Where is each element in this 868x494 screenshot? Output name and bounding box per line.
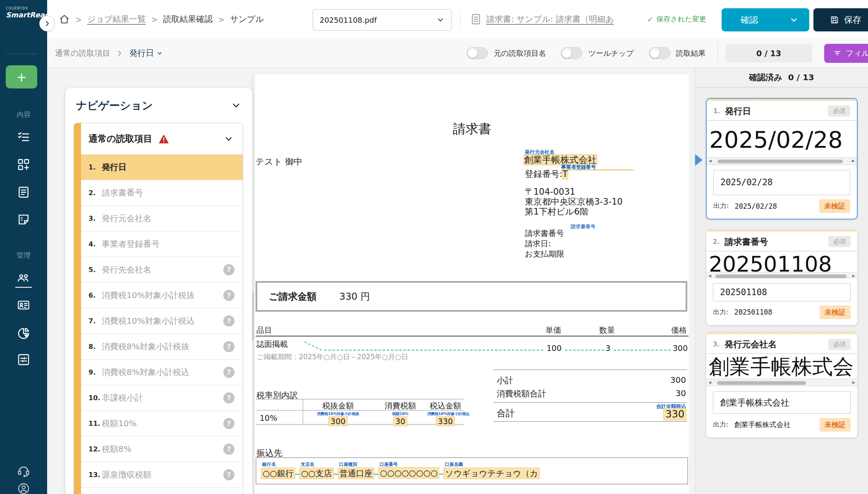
branch-name-highlight[interactable]: ○○支店: [300, 468, 333, 479]
field-value-input[interactable]: 2025/02/28: [713, 170, 850, 195]
id-card-icon[interactable]: [0, 298, 47, 312]
total-highlight[interactable]: 330: [664, 408, 686, 420]
scrollbar-thumb[interactable]: [715, 274, 846, 278]
account-icon[interactable]: [0, 482, 47, 494]
account-type-highlight[interactable]: 普通口座: [338, 468, 374, 479]
file-select[interactable]: 202501108.pdf: [313, 9, 452, 31]
doc-template-link[interactable]: 請求書: サンプル: 請求書（明細あ: [486, 14, 614, 25]
toolbar-section: 通常の読取項目: [55, 48, 110, 59]
main-content: 請求書 テスト 御中 発行元会社名 創業手帳株式会社 事業者登録番号 登録番号:…: [47, 68, 868, 494]
sidebar-divider: [6, 54, 37, 54]
home-icon[interactable]: [59, 14, 70, 25]
support-headset-icon[interactable]: [0, 464, 47, 478]
connector-line: [304, 341, 322, 351]
help-icon[interactable]: ?: [223, 341, 234, 352]
nav-item-tax8-subtotal-incl[interactable]: 9. 消費税8%対象小計税込 ?: [74, 359, 243, 385]
nav-item-tax10-subtotal-excl[interactable]: 6. 消費税10%対象小計税抜 ?: [74, 282, 243, 308]
nav-item-issuer-company[interactable]: 3. 発行元会社名: [74, 205, 243, 231]
connector-line: [333, 474, 338, 475]
users-icon[interactable]: [0, 271, 47, 285]
filter-button[interactable]: フィルタ: [824, 44, 868, 63]
nav-item-tax-amount-10[interactable]: 11. 税額10% ?: [74, 410, 243, 436]
tax10-incl-highlight[interactable]: 330: [436, 417, 454, 426]
pie-chart-icon[interactable]: [0, 326, 47, 340]
nav-item-nontax-subtotal[interactable]: 10. 非課税小計 ?: [74, 385, 243, 410]
line-item-note: ご掲載期間：2025年○月○日～2025年○月○日: [256, 352, 408, 362]
panel-collapse-arrow[interactable]: [695, 154, 703, 166]
settings-sliders-icon[interactable]: [0, 353, 47, 366]
crop-scrollbar[interactable]: ◀ ▶: [707, 157, 857, 165]
doc-template-icon: [471, 13, 481, 26]
help-icon[interactable]: ?: [223, 392, 234, 403]
nav-item-tax8-subtotal-excl[interactable]: 8. 消費税8%対象小計税抜 ?: [74, 334, 243, 359]
chevron-down-icon: [156, 50, 163, 57]
confirm-button[interactable]: 確認: [722, 8, 809, 31]
bank-name-field: 銀行名 ○○銀行: [261, 461, 295, 479]
toggle-original-field-names[interactable]: [466, 47, 488, 59]
field-group-header[interactable]: 通常の読取項目: [74, 123, 243, 154]
field-crop-image: 202501108: [706, 251, 857, 272]
toolbar-divider: [717, 44, 718, 62]
help-icon[interactable]: ?: [223, 315, 234, 327]
crop-scrollbar[interactable]: ◀ ▶: [706, 272, 857, 279]
help-icon[interactable]: ?: [223, 367, 234, 378]
nav-item-total-excl-tax[interactable]: 14. 合計金額税抜 ?: [74, 487, 243, 494]
help-icon[interactable]: ?: [223, 444, 234, 455]
tax-rate: 10%: [260, 413, 277, 422]
filter-icon: [833, 49, 842, 57]
line-price: 300: [673, 344, 688, 353]
nav-item-recipient-company[interactable]: 5. 発行先会社名 ?: [74, 257, 243, 282]
output-value: 創業手帳株式会社: [734, 420, 790, 430]
help-icon[interactable]: ?: [223, 418, 234, 429]
nav-item-tax-amount-8[interactable]: 12. 税額8% ?: [74, 436, 243, 462]
field-value-input[interactable]: 創業手帳株式会社: [713, 391, 851, 414]
field-tag-tax10: 税額10%: [373, 411, 427, 417]
toggle-tooltip[interactable]: [561, 47, 582, 59]
tax10-highlight[interactable]: 30: [394, 417, 407, 426]
header-divider: [460, 10, 461, 29]
scrollbar-thumb[interactable]: [717, 160, 843, 163]
save-button[interactable]: 保存: [813, 8, 868, 31]
chevron-down-icon[interactable]: [231, 100, 242, 111]
task-list-icon[interactable]: [0, 131, 47, 144]
nav-item-invoice-number[interactable]: 2. 請求書番号: [74, 180, 243, 205]
field-card-issuer-company[interactable]: 3. 発行元会社名 必須 創業手帳株式会 ◀ ▶ 創業手帳株式会社 出力: 創業…: [706, 332, 858, 438]
field-card-invoice-number[interactable]: 2. 請求書番号 必須 202501108 ◀ ▶ 202501108 出力: …: [706, 229, 858, 325]
tax10-excl-highlight[interactable]: 300: [329, 417, 347, 426]
toggle-read-result[interactable]: [649, 47, 670, 59]
output-value: 2025/02/28: [734, 202, 777, 210]
scrollbar-thumb[interactable]: [717, 381, 806, 385]
branch-name-field: 支店名 ○○支店: [300, 461, 333, 479]
help-icon[interactable]: ?: [223, 264, 234, 275]
chevron-down-icon: [436, 16, 445, 24]
col-price: 価格: [671, 325, 687, 336]
account-number-highlight[interactable]: ○○○○○○○○: [379, 468, 439, 478]
field-value-input[interactable]: 202501108: [713, 283, 851, 301]
grid-add-icon[interactable]: [0, 158, 47, 171]
required-badge: 必須: [828, 105, 850, 117]
chevron-down-icon: [789, 15, 799, 24]
note-icon[interactable]: [0, 213, 47, 226]
connector-line: [374, 474, 379, 475]
bank-name-highlight[interactable]: ○○銀行: [261, 468, 295, 479]
breadcrumb-job-results[interactable]: ジョブ結果一覧: [87, 14, 146, 25]
nav-item-issue-date[interactable]: 1. 発行日: [74, 154, 243, 180]
document-icon[interactable]: [0, 186, 47, 199]
tax-total-value: 30: [676, 388, 686, 398]
help-icon[interactable]: ?: [223, 290, 234, 301]
nav-item-tax10-subtotal-incl[interactable]: 7. 消費税10%対象小計税込 ?: [74, 308, 243, 334]
connector-line: [295, 474, 300, 475]
line-unit-price: 100: [547, 344, 562, 353]
account-holder-highlight[interactable]: ソウギョウテチョウ（カ: [444, 468, 539, 479]
nav-item-withholding-tax[interactable]: 13. 源泉徴収税額 ?: [74, 462, 243, 487]
toolbar-field-dropdown[interactable]: 発行日: [129, 48, 163, 59]
app-logo: COGENTDX SmartRead: [0, 0, 47, 19]
crop-scrollbar[interactable]: ◀ ▶: [706, 379, 857, 386]
nav-item-business-reg-number[interactable]: 4. 事業者登録番号: [74, 231, 243, 257]
new-job-button[interactable]: +: [6, 65, 37, 88]
field-card-issue-date[interactable]: 1. 発行日 必須 2025/02/28 ◀ ▶ 2025/02/28 出力: …: [706, 98, 858, 220]
reg-number-highlight[interactable]: T: [562, 169, 568, 179]
sidebar-collapse-button[interactable]: [39, 16, 55, 31]
chevron-down-icon: [224, 134, 234, 144]
help-icon[interactable]: ?: [223, 469, 234, 480]
